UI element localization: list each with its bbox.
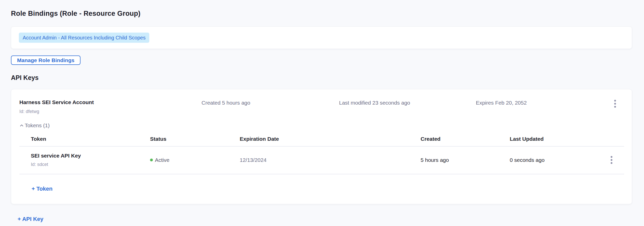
status-dot-icon <box>150 159 153 161</box>
api-key-created-label: Created 5 hours ago <box>202 99 339 106</box>
token-name: SEI service API Key <box>31 153 150 159</box>
api-key-card: Harness SEI Service Account Id: dfetwg C… <box>11 89 632 204</box>
service-account-name-block: Harness SEI Service Account Id: dfetwg <box>19 99 202 114</box>
api-key-last-modified-label: Last modified 23 seconds ago <box>339 99 476 106</box>
column-header-expiration-date: Expiration Date <box>240 136 421 142</box>
add-token-link[interactable]: + Token <box>32 186 52 192</box>
token-status-cell: Active <box>150 157 240 163</box>
token-created: 5 hours ago <box>421 157 510 163</box>
kebab-menu-icon[interactable] <box>608 156 614 164</box>
role-binding-chip: Account Admin - All Resources Including … <box>19 33 149 43</box>
column-header-last-updated: Last Updated <box>510 136 607 142</box>
service-account-id: Id: dfetwg <box>19 109 202 114</box>
api-key-header-row: Harness SEI Service Account Id: dfetwg C… <box>19 99 624 114</box>
manage-role-bindings-button[interactable]: Manage Role Bindings <box>11 55 81 65</box>
kebab-menu-icon[interactable] <box>612 99 618 108</box>
role-bindings-card: Account Admin - All Resources Including … <box>11 26 632 49</box>
api-key-expires-label: Expires Feb 20, 2052 <box>476 99 612 106</box>
tokens-toggle-label: Tokens (1) <box>25 122 50 129</box>
page-title: Role Bindings (Role - Resource Group) <box>11 10 632 18</box>
token-last-updated: 0 seconds ago <box>510 157 607 163</box>
token-expiration-date: 12/13/2024 <box>240 157 421 163</box>
column-header-created: Created <box>421 136 510 142</box>
column-header-status: Status <box>150 136 240 142</box>
api-keys-heading: API Keys <box>11 74 632 81</box>
token-name-cell: SEI service API Key Id: sdcet <box>31 153 150 167</box>
tokens-table: Token Status Expiration Date Created Las… <box>19 132 624 174</box>
token-table-row: SEI service API Key Id: sdcet Active 12/… <box>19 147 624 174</box>
service-account-name: Harness SEI Service Account <box>19 99 202 105</box>
service-account-detail-page: Role Bindings (Role - Resource Group) Ac… <box>0 0 644 226</box>
chevron-up-icon <box>19 123 24 128</box>
tokens-collapse-toggle[interactable]: Tokens (1) <box>19 122 50 129</box>
add-api-key-link[interactable]: + API Key <box>18 216 43 222</box>
tokens-table-header: Token Status Expiration Date Created Las… <box>19 132 624 147</box>
token-status-label: Active <box>155 157 169 163</box>
token-id: Id: sdcet <box>31 162 150 167</box>
column-header-token: Token <box>31 136 150 142</box>
